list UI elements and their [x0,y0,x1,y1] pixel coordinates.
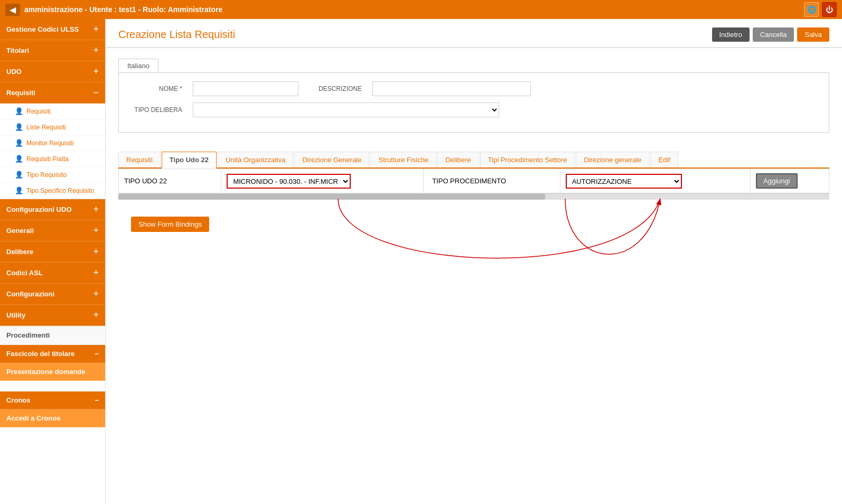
sidebar-sub-requisiti-piatta[interactable]: 👤 Requisiti Piatta [0,151,105,167]
main-content: Creazione Lista Requisiti Indietro Cance… [106,19,842,504]
indietro-button[interactable]: Indietro [712,27,750,42]
person-icon-2: 👤 [15,123,23,131]
table-scroll[interactable]: TIPO UDO 22 MICRONIDO - 90.030. - INF.MI… [118,169,829,200]
back-arrow-button[interactable]: ◀ [5,4,20,16]
tabs-row: Requisiti Tipo Udo 22 Unità Organizzativ… [118,152,829,169]
sidebar-sub-tipo-requisito[interactable]: 👤 Tipo Requisito [0,167,105,183]
tab-strutture-fisiche[interactable]: Strutture Fisiche [370,152,436,167]
person-icon-6: 👤 [15,186,23,194]
topbar: ◀ amministrazione - Utente : test1 - Ruo… [0,0,842,19]
app-title: amministrazione - Utente : test1 - Ruolo… [24,5,222,14]
power-icon-button[interactable]: ⏻ [822,2,837,17]
aggiungi-cell: Aggiungi [751,169,829,193]
tipo-udo-22-select[interactable]: MICRONIDO - 90.030. - INF.MICR [227,174,351,189]
sidebar-item-configurazioni[interactable]: Configurazioni + [0,284,105,305]
nome-label: NOME * [129,85,182,92]
sidebar: Gestione Codici ULSS + Titolari + UDO + … [0,19,106,504]
tipo-procedimento-label-cell: TIPO PROCEDIMENTO [424,169,560,193]
sidebar-category-procedimenti: Procedimenti [0,326,105,345]
tab-tipi-procedimento[interactable]: Tipi Procedimento Settore [480,152,575,167]
tab-direzione-generale-2[interactable]: Direzione generale [576,152,649,167]
tab-delibere[interactable]: Delibere [437,152,479,167]
salva-button[interactable]: Salva [797,27,829,42]
tipo-udo-22-cell: TIPO UDO 22 [119,169,221,193]
form-area: Italiano NOME * DESCRIZIONE TIPO DELIBER… [106,48,842,143]
sidebar-item-titolari[interactable]: Titolari + [0,40,105,61]
tab-unita-organizzativa[interactable]: Unità Organizzativa [218,152,293,167]
descrizione-input[interactable] [372,81,531,96]
sidebar-item-utility[interactable]: Utility + [0,305,105,326]
tab-tipo-udo-22[interactable]: Tipo Udo 22 [162,152,217,169]
sidebar-sub-requisiti[interactable]: 👤 Requisiti [0,104,105,119]
tipo-procedimento-select-cell: AUTORIZZAZIONE [560,169,750,193]
cancella-button[interactable]: Cancella [753,27,794,42]
person-icon-5: 👤 [15,171,23,179]
bindings-section: Show Form Bindings [106,200,842,240]
sidebar-item-codici-asl[interactable]: Codici ASL + [0,263,105,284]
tab-direzione-generale[interactable]: Direzione Generale [294,152,369,167]
show-form-bindings-button[interactable]: Show Form Bindings [131,217,209,232]
sidebar-item-accedi-cronos[interactable]: Accedi a Cronos [0,409,105,427]
descrizione-label: DESCRIZIONE [309,85,362,92]
table-row: TIPO UDO 22 MICRONIDO - 90.030. - INF.MI… [119,169,829,193]
sidebar-item-requisiti[interactable]: Requisiti − [0,82,105,104]
sidebar-item-gestione-codici[interactable]: Gestione Codici ULSS + [0,19,105,40]
sidebar-item-fascicolo[interactable]: Fascicolo del titolare − [0,345,105,363]
sidebar-item-udo[interactable]: UDO + [0,61,105,82]
sidebar-item-configurazioni-udo[interactable]: Configurazioni UDO + [0,199,105,220]
globe-icon-button[interactable]: 🌐 [804,2,819,17]
sidebar-item-delibere[interactable]: Delibere + [0,241,105,263]
sidebar-item-presentazione[interactable]: Presentazione domande [0,363,105,381]
nome-input[interactable] [193,81,298,96]
sidebar-item-cronos[interactable]: Cronos − [0,391,105,409]
tipo-procedimento-select[interactable]: AUTORIZZAZIONE [566,174,682,189]
lang-tab[interactable]: Italiano [118,59,158,72]
tipo-delibera-select[interactable] [193,102,499,117]
tabs-area: Requisiti Tipo Udo 22 Unità Organizzativ… [106,143,842,169]
person-icon-4: 👤 [15,155,23,163]
page-title: Creazione Lista Requisiti [118,29,235,41]
person-icon-3: 👤 [15,139,23,147]
header-buttons: Indietro Cancella Salva [712,27,830,42]
sidebar-item-generali[interactable]: Generali + [0,220,105,241]
sidebar-sub-tipo-specifico-requisito[interactable]: 👤 Tipo Specifico Requisito [0,183,105,199]
tab-edif[interactable]: Edif [651,152,678,167]
form-fields: NOME * DESCRIZIONE TIPO DELIBERA [118,72,829,133]
tipo-udo-22-select-cell: MICRONIDO - 90.030. - INF.MICR [221,169,424,193]
tab-requisiti[interactable]: Requisiti [118,152,161,167]
sidebar-sub-liste-requisiti[interactable]: 👤 Liste Requisiti [0,119,105,135]
tipo-delibera-label: TIPO DELIBERA [129,106,182,114]
aggiungi-button[interactable]: Aggiungi [756,173,798,189]
tipo-udo-table: TIPO UDO 22 MICRONIDO - 90.030. - INF.MI… [118,169,829,193]
page-header: Creazione Lista Requisiti Indietro Cance… [106,19,842,48]
person-icon: 👤 [15,107,23,115]
sidebar-sub-monitor-requisiti[interactable]: 👤 Monitor Requisiti [0,135,105,151]
